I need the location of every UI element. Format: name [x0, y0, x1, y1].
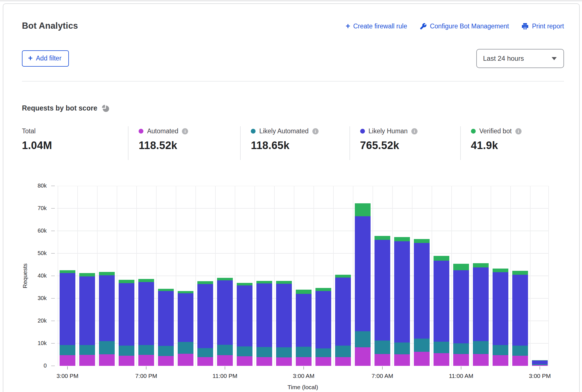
bar-segment-likely-human — [237, 285, 252, 346]
bar-segment-likely-human — [158, 291, 174, 346]
bar-segment-automated — [178, 354, 193, 366]
y-tick-mark — [51, 366, 55, 366]
bar-segment-likely-automated — [276, 347, 292, 358]
bar-segment-likely-human — [414, 243, 430, 339]
x-gridline — [156, 186, 157, 366]
x-gridline — [195, 186, 196, 366]
print-report-link[interactable]: Print report — [521, 22, 564, 30]
section-title: Requests by bot score — [22, 104, 97, 112]
bar-segment-automated — [473, 354, 489, 366]
x-tick-mark — [382, 366, 383, 370]
x-gridline — [136, 186, 137, 366]
x-tick-label: 7:00 PM — [127, 373, 166, 379]
bar — [493, 269, 508, 366]
stat-value: 118.52k — [139, 139, 240, 152]
create-firewall-rule-link[interactable]: + Create firewall rule — [346, 22, 407, 30]
bar — [178, 291, 193, 366]
bar-segment-automated — [335, 357, 351, 366]
wrench-icon — [419, 23, 427, 30]
bar-segment-likely-human — [119, 283, 134, 346]
stat-likely-automated: Likely Automated i 118.65k — [240, 126, 349, 160]
x-gridline — [471, 186, 472, 366]
bar-segment-likely-automated — [237, 346, 252, 356]
bar-segment-automated — [237, 356, 252, 366]
bar-segment-automated — [315, 357, 331, 366]
bar — [158, 289, 174, 366]
configure-bot-management-link[interactable]: Configure Bot Management — [419, 22, 509, 30]
header-divider — [22, 81, 564, 82]
bar-segment-verified-bot — [178, 291, 193, 293]
y-tick-label: 60k — [26, 227, 47, 234]
bar-segment-likely-human — [335, 278, 351, 346]
x-gridline — [215, 186, 216, 366]
x-gridline — [77, 186, 78, 366]
y-tick-mark — [51, 276, 55, 276]
bar-segment-verified-bot — [217, 278, 233, 280]
bar-segment-automated — [138, 355, 154, 366]
x-tick-label: 7:00 AM — [363, 373, 402, 379]
bot-analytics-card: Bot Analytics + Create firewall rule Con… — [3, 3, 580, 392]
y-gridline — [57, 231, 549, 231]
bar-segment-automated — [375, 354, 390, 366]
bar-segment-likely-human — [355, 216, 371, 331]
bar-segment-likely-human — [434, 261, 449, 342]
info-icon[interactable]: i — [411, 128, 418, 134]
x-gridline — [294, 186, 294, 366]
info-icon[interactable]: i — [312, 128, 319, 134]
x-gridline — [548, 186, 549, 366]
stats-row: Total 1.04M Automated i 118.52k Likely A… — [22, 126, 564, 160]
stat-label: Automated — [147, 127, 178, 135]
bar-segment-likely-human — [217, 280, 233, 345]
bar — [414, 239, 430, 366]
x-tick-label: 3:00 AM — [284, 373, 323, 379]
bar-segment-likely-human — [60, 273, 75, 345]
bar-segment-likely-human — [79, 276, 95, 345]
bar-segment-verified-bot — [315, 288, 331, 291]
bar-segment-automated — [79, 355, 95, 366]
bar-segment-likely-human — [276, 284, 292, 347]
bar-segment-automated — [60, 355, 75, 366]
bar-segment-likely-automated — [79, 345, 95, 355]
chevron-down-icon — [552, 57, 557, 60]
bar-segment-likely-human — [315, 291, 331, 349]
stat-value: 41.9k — [471, 139, 564, 152]
bar — [512, 271, 528, 366]
bar-segment-verified-bot — [394, 237, 410, 241]
bar — [434, 256, 449, 366]
bar-segment-likely-automated — [138, 345, 154, 355]
x-tick-mark — [540, 366, 540, 370]
bar-segment-verified-bot — [79, 273, 95, 276]
x-gridline — [313, 186, 314, 366]
y-tick-label: 0 — [26, 362, 47, 369]
x-axis-title: Time (local) — [272, 384, 334, 391]
bar-segment-verified-bot — [119, 280, 134, 283]
x-gridline — [373, 186, 373, 366]
y-tick-label: 70k — [26, 205, 47, 211]
bar-segment-likely-human — [493, 272, 508, 345]
stat-label: Total — [22, 127, 36, 135]
bar — [256, 281, 272, 366]
bar — [335, 275, 351, 366]
x-gridline — [333, 186, 334, 366]
stat-label: Likely Human — [369, 127, 408, 135]
time-range-select[interactable]: Last 24 hours — [476, 49, 564, 68]
y-tick-label: 40k — [26, 272, 47, 279]
stat-label: Likely Automated — [259, 127, 308, 135]
bar-segment-automated — [99, 354, 115, 366]
bar-segment-likely-automated — [414, 339, 430, 352]
bar-segment-verified-bot — [512, 271, 528, 275]
bar — [394, 237, 410, 366]
stat-likely-human: Likely Human i 765.52k — [349, 126, 460, 160]
y-tick-label: 30k — [26, 295, 47, 301]
add-filter-button[interactable]: + Add filter — [22, 50, 69, 67]
bar-segment-likely-automated — [355, 331, 371, 347]
bar-segment-likely-human — [473, 267, 489, 341]
x-gridline — [274, 186, 275, 366]
x-gridline — [432, 186, 432, 366]
bar-segment-likely-automated — [394, 343, 410, 354]
bar-segment-automated — [256, 357, 272, 366]
info-icon[interactable]: i — [515, 128, 522, 134]
x-gridline — [176, 186, 176, 366]
stat-value: 765.52k — [360, 139, 460, 152]
info-icon[interactable]: i — [182, 128, 188, 134]
